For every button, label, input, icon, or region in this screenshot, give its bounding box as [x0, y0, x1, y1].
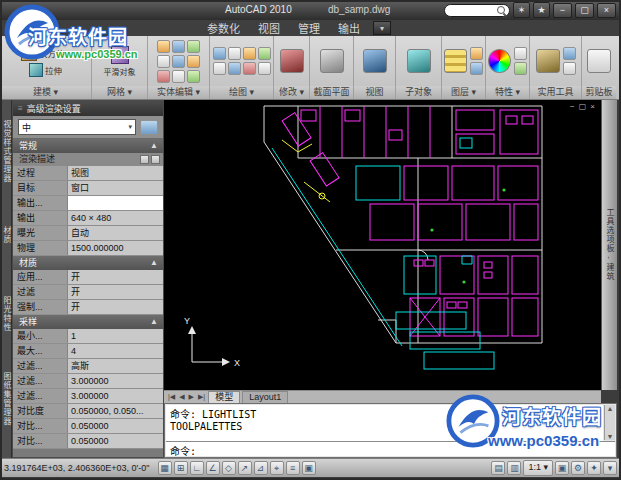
arc-icon[interactable] — [258, 47, 271, 60]
favorites-icon[interactable]: ★ — [533, 2, 550, 18]
extrude-tool[interactable]: 拉伸 — [29, 63, 62, 77]
communication-center-icon[interactable]: ✶ — [513, 2, 530, 18]
scroll-up-icon[interactable]: ▲ — [607, 405, 614, 412]
section-general[interactable]: 常规 ▲ — [13, 139, 163, 153]
scroll-down-icon[interactable]: ▼ — [607, 433, 614, 440]
quick-select-icon[interactable] — [563, 47, 576, 60]
panel-solid-editing-label[interactable]: 实体编辑 ▾ — [148, 86, 209, 99]
section-sampling[interactable]: 采样 ▲ — [13, 315, 163, 329]
polar-toggle[interactable]: ∠ — [206, 461, 220, 475]
tab-view[interactable]: 视图 — [249, 19, 289, 37]
command-input[interactable]: 命令: — [166, 441, 615, 456]
ortho-toggle[interactable]: ∟ — [190, 461, 204, 475]
smooth-object-label[interactable]: 平滑对象 — [104, 66, 136, 77]
measure-icon[interactable] — [536, 49, 560, 73]
clean-screen-button[interactable]: ✦ — [587, 461, 601, 475]
drawing-canvas[interactable]: Y X − ▢ × — [164, 100, 601, 390]
panel-subobject-label[interactable]: 子对象 — [396, 86, 441, 99]
otrack-toggle[interactable]: ↗ — [238, 461, 252, 475]
drawing-restore-button[interactable]: ▢ — [579, 102, 587, 111]
layers-icon[interactable] — [444, 49, 467, 73]
row-value[interactable]: 自动 — [67, 226, 163, 240]
row-value[interactable]: 4 — [67, 344, 163, 358]
render-context-icon-1[interactable] — [140, 155, 149, 164]
tab-model[interactable]: 模型 — [208, 391, 240, 403]
spline-icon[interactable] — [258, 62, 271, 75]
snap-toggle[interactable]: ▦ — [158, 461, 172, 475]
panel-clipboard-label[interactable]: 剪贴板 — [582, 86, 616, 99]
panel-modeling-label[interactable]: 建模 ▾ — [0, 86, 91, 99]
command-history[interactable]: 命令: LIGHTLIST TOOLPALETTES — [166, 405, 603, 442]
quick-view-button[interactable]: ▥ — [507, 461, 521, 475]
render-preset-select[interactable]: 中 ▾ — [18, 119, 136, 135]
model-space-button[interactable]: ▤ — [491, 461, 505, 475]
panel-layers-label[interactable]: 图层 ▾ — [442, 86, 485, 99]
box-tool[interactable]: 长方体 ▾ — [21, 45, 70, 61]
lineweight-icon[interactable] — [514, 62, 527, 75]
circle-icon[interactable] — [243, 47, 256, 60]
calculator-icon[interactable] — [563, 62, 576, 75]
row-value[interactable]: 开 — [67, 300, 163, 314]
close-button[interactable]: × — [597, 3, 616, 18]
line-icon[interactable] — [213, 47, 226, 60]
tab-output[interactable]: 输出 — [329, 19, 369, 37]
render-preset-manager-button[interactable] — [140, 120, 158, 135]
render-context-icon-2[interactable] — [151, 155, 160, 164]
clipboard-icon[interactable] — [587, 49, 611, 73]
row-value[interactable]: 开 — [67, 270, 163, 284]
dyn-toggle[interactable]: ⌖ — [270, 461, 284, 475]
color-wheel-icon[interactable] — [488, 49, 511, 73]
row-value[interactable]: 3.000000 — [67, 374, 163, 388]
ellipse-icon[interactable] — [228, 62, 241, 75]
panel-properties-label[interactable]: 特性 ▾ — [486, 86, 529, 99]
row-value[interactable]: 0.050000 — [67, 419, 163, 433]
drawing-close-button[interactable]: × — [590, 102, 595, 111]
imprint-icon[interactable] — [157, 70, 170, 83]
search-input[interactable] — [444, 4, 510, 17]
sidebar-tab-sheet-set[interactable]: 图纸集管理器 — [1, 372, 12, 426]
ribbon-minimize-button[interactable]: ▾ — [373, 21, 391, 35]
polyline-icon[interactable] — [228, 47, 241, 60]
next-layout-button[interactable]: ▶ — [188, 393, 195, 401]
offset-edge-icon[interactable] — [172, 70, 185, 83]
row-value[interactable] — [67, 196, 163, 210]
thicken-icon[interactable] — [172, 55, 185, 68]
row-value[interactable]: 窗口 — [67, 181, 163, 195]
first-layout-button[interactable]: |◀ — [167, 393, 176, 401]
row-value[interactable]: 640 × 480 — [67, 211, 163, 225]
panel-modify-label[interactable]: 修改 ▾ — [274, 86, 309, 99]
annotation-scale-button[interactable]: 1:1 ▾ — [523, 460, 553, 476]
row-value[interactable]: 3.000000 — [67, 389, 163, 403]
sidebar-tab-sun-properties[interactable]: 阳光特性 — [1, 296, 12, 332]
row-value[interactable]: 0.050000 — [67, 434, 163, 448]
rectangle-icon[interactable] — [213, 62, 226, 75]
subtract-icon[interactable] — [172, 40, 185, 53]
grid-toggle[interactable]: ⊞ — [174, 461, 188, 475]
section-plane-icon[interactable] — [320, 49, 344, 73]
prev-layout-button[interactable]: ◀ — [178, 393, 185, 401]
tray-arrow-button[interactable]: ▾ — [603, 461, 617, 475]
maximize-button[interactable]: ▢ — [575, 3, 594, 18]
layer-on-icon[interactable] — [470, 47, 483, 60]
minimize-button[interactable]: − — [553, 3, 572, 18]
linetype-icon[interactable] — [514, 47, 527, 60]
drawing-minimize-button[interactable]: − — [570, 102, 575, 111]
fillet-edge-icon[interactable] — [187, 70, 200, 83]
osnap-toggle[interactable]: ◇ — [222, 461, 236, 475]
panel-section-label[interactable]: 截面平面 — [310, 86, 353, 99]
annotation-visibility-button[interactable]: ▣ — [555, 461, 569, 475]
sidebar-tab-materials[interactable]: 材质 — [1, 226, 12, 244]
modify-icon[interactable] — [280, 49, 304, 73]
subobject-icon[interactable] — [407, 49, 431, 73]
palette-header[interactable]: ≡ 高级渲染设置 — [13, 101, 163, 116]
row-value[interactable]: 1500.000000 — [67, 241, 163, 255]
view-icon[interactable] — [363, 49, 387, 73]
union-icon[interactable] — [157, 40, 170, 53]
section-materials[interactable]: 材质 ▲ — [13, 256, 163, 270]
slice-icon[interactable] — [157, 55, 170, 68]
tab-manage[interactable]: 管理 — [289, 19, 329, 37]
shell-icon[interactable] — [187, 55, 200, 68]
panel-draw-label[interactable]: 绘图 ▾ — [210, 86, 273, 99]
row-value[interactable]: 开 — [67, 285, 163, 299]
row-value[interactable]: 1 — [67, 329, 163, 343]
